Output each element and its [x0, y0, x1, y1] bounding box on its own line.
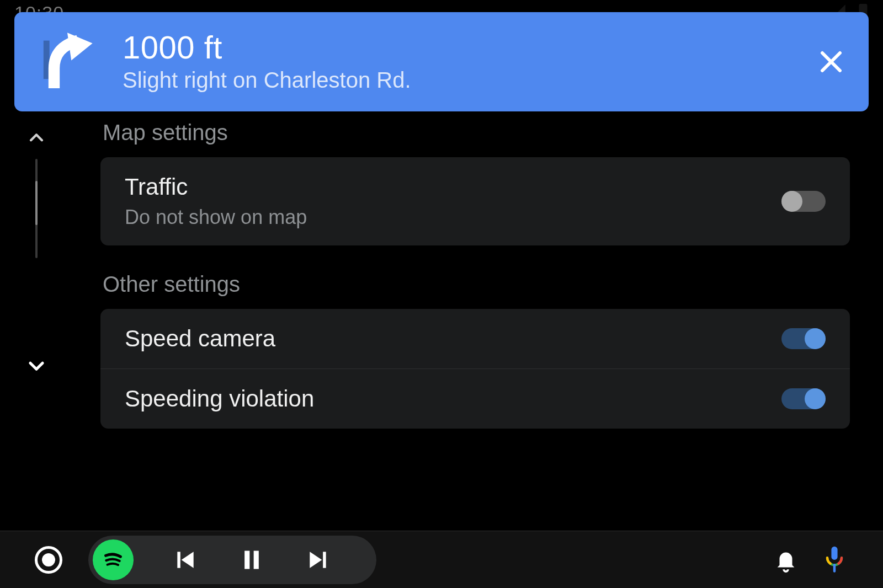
turn-slight-right-icon	[34, 29, 100, 95]
section-header-map: Map settings	[103, 120, 850, 145]
chevron-down-icon[interactable]	[25, 355, 47, 377]
toggle-speed-camera[interactable]	[781, 328, 826, 349]
spotify-icon[interactable]	[93, 539, 134, 580]
next-track-button[interactable]	[285, 548, 351, 572]
media-controls	[88, 536, 376, 584]
google-mic-icon	[822, 546, 847, 574]
assistant-mic-button[interactable]	[810, 536, 859, 584]
setting-row-speed-camera[interactable]: Speed camera	[100, 309, 850, 368]
settings-panel: Map settings Traffic Do not show on map …	[100, 116, 850, 527]
previous-track-button[interactable]	[152, 548, 219, 572]
svg-rect-6	[831, 546, 837, 559]
nav-instruction: Slight right on Charleston Rd.	[123, 68, 816, 93]
pause-button[interactable]	[219, 548, 285, 572]
svg-rect-3	[244, 550, 249, 569]
setting-subtitle: Do not show on map	[125, 206, 781, 229]
setting-row-speeding-violation[interactable]: Speeding violation	[100, 368, 850, 429]
navigation-banner[interactable]: 1000 ft Slight right on Charleston Rd.	[14, 12, 869, 111]
chevron-up-icon[interactable]	[25, 127, 47, 149]
svg-rect-2	[177, 552, 180, 568]
bottom-bar	[0, 531, 883, 588]
close-button[interactable]	[816, 46, 847, 77]
section-header-other: Other settings	[103, 272, 850, 297]
setting-title: Speeding violation	[125, 386, 781, 412]
toggle-speeding-violation[interactable]	[781, 388, 826, 409]
svg-rect-5	[323, 552, 326, 568]
setting-row-traffic[interactable]: Traffic Do not show on map	[100, 157, 850, 245]
setting-title: Traffic	[125, 174, 781, 200]
nav-distance: 1000 ft	[123, 31, 816, 65]
home-button[interactable]	[24, 536, 73, 584]
scroll-indicator	[20, 127, 53, 268]
scrollbar-thumb[interactable]	[35, 181, 38, 225]
toggle-traffic[interactable]	[781, 191, 826, 212]
setting-title: Speed camera	[125, 325, 781, 352]
map-settings-card: Traffic Do not show on map	[100, 157, 850, 245]
home-icon	[35, 546, 62, 574]
scrollbar-track[interactable]	[35, 159, 38, 258]
bell-icon	[773, 547, 799, 573]
svg-rect-4	[254, 550, 259, 569]
notifications-button[interactable]	[762, 536, 810, 584]
other-settings-card: Speed camera Speeding violation	[100, 309, 850, 429]
